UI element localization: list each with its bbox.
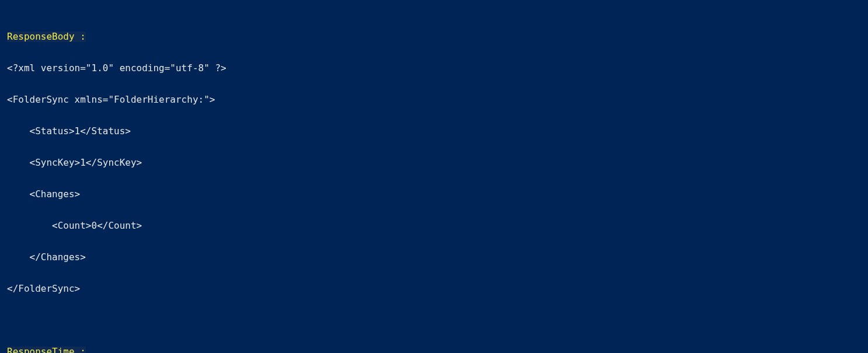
response-body-line: <FolderSync xmlns="FolderHierarchy:"> (7, 95, 215, 105)
response-body-line: <SyncKey>1</SyncKey> (7, 158, 142, 168)
response-body-line: <Status>1</Status> (7, 126, 131, 137)
powershell-console[interactable]: ResponseBody : <?xml version="1.0" encod… (0, 0, 868, 353)
response-body-line: <Changes> (7, 189, 80, 200)
response-body-label: ResponseBody : (7, 32, 86, 42)
response-body-line: <Count>0</Count> (7, 221, 142, 231)
response-body-line: </FolderSync> (7, 284, 80, 294)
response-body-line: </Changes> (7, 252, 86, 263)
response-time-label: ResponseTime : (7, 347, 86, 353)
response-body-line: <?xml version="1.0" encoding="utf-8" ?> (7, 63, 226, 74)
